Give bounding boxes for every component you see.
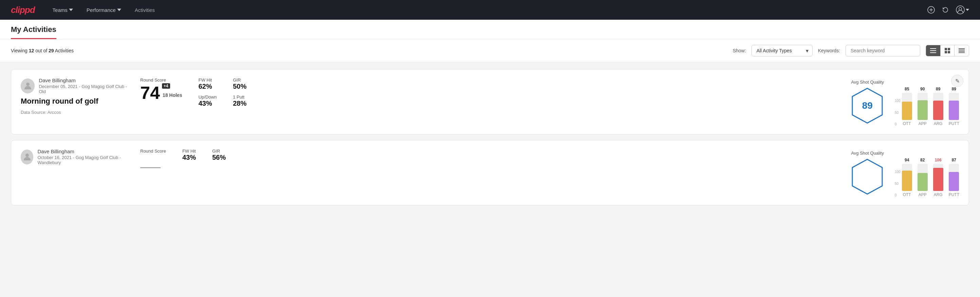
person-icon	[23, 153, 31, 161]
card-stats: Round Score 74 +4 18 Holes FW Hit 62% Up…	[140, 77, 840, 107]
user-info: Dave Billingham December 05, 2021 - Gog …	[39, 77, 129, 94]
avg-shot-number	[866, 171, 869, 182]
card-left: Dave Billingham December 05, 2021 - Gog …	[21, 77, 129, 115]
round-score-label: Round Score	[140, 148, 166, 153]
gir-label: GIR	[212, 148, 226, 153]
y-axis-labels: 100 50 0	[895, 170, 900, 197]
svg-rect-11	[948, 51, 950, 53]
bar-putt: 87 PUTT	[949, 158, 959, 197]
grid-view-button[interactable]	[940, 45, 955, 56]
list-view-icon	[930, 48, 936, 53]
card-left: Dave Billingham October 16, 2021 - Gog M…	[21, 148, 129, 168]
list-view-button[interactable]	[926, 45, 940, 56]
updown-value: 43%	[198, 99, 216, 107]
compact-view-icon	[959, 48, 965, 53]
round-score-value	[140, 154, 166, 168]
activity-type-select[interactable]: All Activity Types	[751, 45, 813, 56]
bar-chart-section: 100 50 0 94 OTT 82	[895, 148, 959, 197]
user-menu-button[interactable]	[956, 5, 969, 14]
refresh-icon	[942, 6, 949, 14]
user-info: Dave Billingham October 16, 2021 - Gog M…	[37, 148, 129, 165]
card-user: Dave Billingham October 16, 2021 - Gog M…	[21, 148, 129, 165]
gir-label: GIR	[233, 77, 247, 83]
add-button[interactable]	[928, 6, 935, 14]
round-score-value: 74 +4 18 Holes	[140, 83, 182, 102]
avg-shot-label: Avg Shot Quality	[851, 150, 884, 156]
svg-rect-12	[959, 48, 965, 49]
shot-quality-chart: 85 OTT 90 APP	[902, 85, 959, 126]
oneputt-stat: 1 Putt 28%	[233, 94, 247, 107]
round-score-group: Round Score 74 +4 18 Holes	[140, 77, 182, 107]
activity-date: December 05, 2021 - Gog Magog Golf Club …	[39, 84, 129, 94]
activity-title: Morning round of golf	[21, 97, 129, 106]
gir-stat: GIR 56%	[212, 148, 226, 161]
score-badge: +4	[162, 83, 170, 89]
viewing-text: Viewing 12 out of 29 Activities	[11, 48, 727, 53]
updown-stat: Up/Down 43%	[198, 94, 216, 107]
stat-pairs: FW Hit 62% Up/Down 43%	[198, 77, 216, 107]
nav-item-activities[interactable]: Activities	[134, 7, 156, 13]
avg-shot-quality: Avg Shot Quality	[851, 150, 884, 195]
user-icon	[956, 5, 965, 14]
svg-rect-15	[959, 52, 965, 53]
avatar	[21, 150, 33, 164]
user-name: Dave Billingham	[37, 148, 129, 154]
svg-rect-9	[948, 48, 950, 50]
round-score-group: Round Score	[140, 148, 166, 168]
activity-card: Dave Billingham October 16, 2021 - Gog M…	[11, 140, 969, 206]
stat-pairs-2: GIR 56%	[212, 148, 226, 168]
user-name: Dave Billingham	[39, 77, 129, 83]
fw-hit-stat: FW Hit 43%	[182, 148, 196, 161]
stat-pairs: FW Hit 43%	[182, 148, 196, 168]
chevron-down-icon	[966, 9, 969, 11]
edit-button[interactable]: ✎	[951, 75, 963, 87]
grid-view-icon	[945, 48, 950, 53]
updown-label: Up/Down	[198, 94, 216, 99]
svg-rect-5	[930, 48, 936, 49]
avg-shot-number: 89	[862, 100, 873, 111]
chevron-down-icon	[117, 8, 121, 12]
y-axis-labels: 100 50 0	[895, 99, 900, 126]
svg-point-18	[25, 153, 29, 157]
page-title: My Activities	[11, 25, 56, 39]
nav-actions	[928, 5, 969, 14]
svg-rect-6	[930, 50, 936, 51]
bar-ott: 85 OTT	[902, 87, 912, 126]
compact-view-button[interactable]	[955, 45, 969, 56]
shot-quality-chart: 94 OTT 82 APP	[902, 156, 959, 197]
svg-rect-7	[930, 52, 936, 53]
card-stats: Round Score FW Hit 43% GIR 56%	[140, 148, 840, 168]
activity-type-select-wrapper: All Activity Types	[751, 45, 813, 56]
svg-rect-10	[945, 51, 947, 53]
activity-date: October 16, 2021 - Gog Magog Golf Club -…	[37, 155, 129, 165]
navigation: clippd Teams Performance Activities	[0, 0, 980, 20]
chart-spacer	[895, 77, 896, 83]
hexagon-display: 89	[851, 87, 884, 124]
activities-list: Dave Billingham December 05, 2021 - Gog …	[0, 62, 980, 212]
avg-shot-quality: Avg Shot Quality 89	[851, 80, 884, 124]
svg-rect-8	[945, 48, 947, 50]
bar-putt: 89 PUTT	[949, 87, 959, 126]
gir-value: 56%	[212, 153, 226, 161]
bar-arg: 89 ARG	[933, 87, 943, 126]
avg-shot-label: Avg Shot Quality	[851, 80, 884, 85]
nav-item-teams[interactable]: Teams	[51, 7, 74, 13]
oneputt-value: 28%	[233, 99, 247, 107]
avatar	[21, 78, 35, 93]
hexagon-display	[851, 158, 884, 195]
nav-item-performance[interactable]: Performance	[85, 7, 123, 13]
refresh-button[interactable]	[942, 6, 949, 14]
svg-rect-13	[959, 50, 965, 50]
fw-hit-label: FW Hit	[198, 77, 216, 83]
card-user: Dave Billingham December 05, 2021 - Gog …	[21, 77, 129, 94]
bar-arg: 106 ARG	[933, 158, 943, 197]
bar-app: 90 APP	[918, 87, 928, 126]
search-input[interactable]	[846, 45, 920, 56]
fw-hit-value: 43%	[182, 153, 196, 161]
logo[interactable]: clippd	[11, 5, 35, 15]
show-label: Show:	[733, 48, 746, 53]
view-toggle	[926, 45, 969, 56]
page-header: My Activities	[0, 20, 980, 40]
person-icon	[24, 82, 32, 90]
toolbar: Viewing 12 out of 29 Activities Show: Al…	[0, 40, 980, 62]
